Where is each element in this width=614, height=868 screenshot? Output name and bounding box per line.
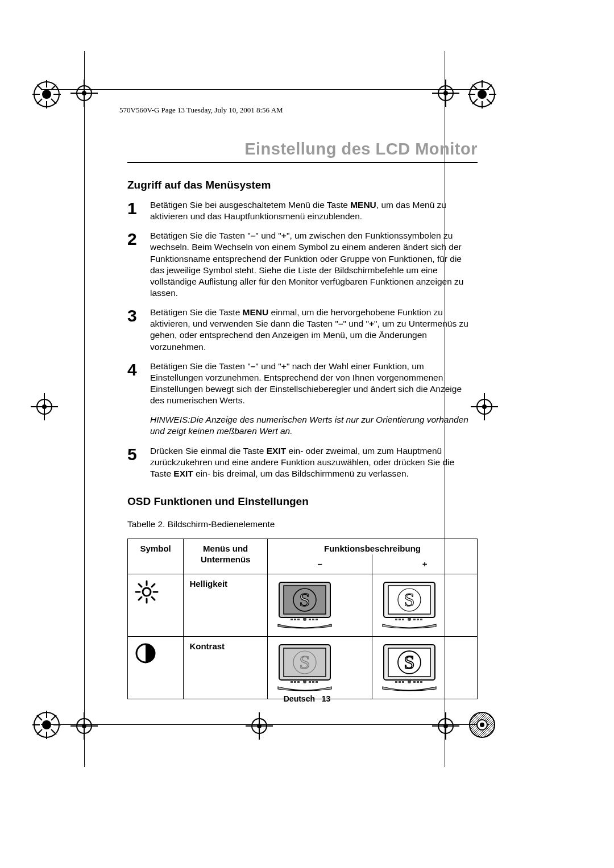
step-number: 2 (127, 230, 150, 248)
svg-line-44 (37, 729, 42, 735)
svg-point-28 (37, 399, 52, 414)
col-menus: Menüs und Untermenüs (184, 539, 268, 574)
page-footer: Deutsch 13 (0, 694, 614, 703)
svg-rect-74 (291, 619, 293, 620)
reg-mark-bottom-right (466, 709, 498, 741)
svg-rect-91 (420, 619, 422, 620)
svg-rect-99 (297, 681, 300, 683)
svg-rect-87 (402, 619, 404, 620)
svg-rect-113 (417, 681, 419, 683)
svg-rect-112 (413, 681, 416, 683)
reg-mark-bottom-left (31, 709, 63, 741)
step-5: 5 Drücken Sie einmal die Taste EXIT ein-… (127, 445, 478, 479)
step-number: 4 (127, 361, 150, 378)
steps-list: 1 Betätigen Sie bei ausgeschaltetem Menü… (127, 199, 478, 479)
step-number: 1 (127, 199, 150, 217)
svg-point-0 (34, 82, 59, 107)
svg-rect-75 (294, 619, 296, 620)
svg-rect-109 (399, 681, 401, 683)
col-plus: + (372, 554, 478, 574)
step-1: 1 Betätigen Sie bei ausgeschaltetem Menü… (127, 199, 478, 222)
table-row: Kontrast S (128, 637, 478, 699)
col-fn-desc: Funktionsbeschreibung (267, 539, 477, 554)
reg-cross-mid-left (31, 393, 58, 420)
svg-point-88 (408, 617, 411, 621)
step-number: 3 (127, 307, 150, 324)
svg-rect-103 (316, 681, 318, 683)
svg-point-100 (303, 680, 306, 683)
footer-language: Deutsch (284, 694, 315, 703)
svg-text:S: S (404, 652, 415, 673)
step-number: 5 (127, 445, 150, 463)
svg-rect-101 (309, 681, 311, 683)
svg-line-26 (472, 99, 478, 104)
footer-page-number: 13 (322, 694, 331, 703)
svg-point-58 (470, 712, 495, 737)
svg-rect-90 (417, 619, 419, 620)
svg-rect-110 (402, 681, 404, 683)
svg-line-8 (37, 99, 42, 104)
svg-line-42 (37, 715, 42, 720)
svg-point-60 (480, 723, 484, 727)
svg-line-68 (139, 597, 142, 600)
table-caption: Tabelle 2. Bildschirm-Bedienelemente (127, 519, 478, 529)
svg-rect-98 (294, 681, 296, 683)
svg-rect-102 (312, 681, 314, 683)
svg-line-67 (152, 597, 155, 600)
svg-rect-89 (413, 619, 416, 620)
section-osd-heading: OSD Funktionen und Einstellungen (127, 495, 478, 508)
brightness-minus-graphic: S (267, 574, 372, 637)
step-text: Betätigen Sie die Tasten "–" und "+" nac… (150, 361, 478, 407)
reg-cross-top-right (432, 80, 459, 107)
svg-point-59 (477, 720, 487, 730)
reg-mark-top-right (466, 78, 498, 110)
svg-point-18 (470, 82, 495, 107)
brightness-icon (128, 574, 184, 637)
svg-rect-78 (309, 619, 311, 620)
svg-text:S: S (300, 589, 310, 610)
svg-rect-108 (395, 681, 397, 683)
step-2: 2 Betätigen Sie die Tasten "–" und "+", … (127, 230, 478, 299)
svg-line-25 (487, 99, 492, 104)
reg-mark-top-left (31, 78, 63, 110)
brightness-plus-graphic: S (372, 574, 478, 637)
svg-point-1 (42, 90, 51, 99)
svg-rect-76 (297, 619, 300, 620)
svg-point-35 (482, 404, 487, 409)
svg-rect-79 (312, 619, 314, 620)
svg-point-14 (438, 86, 453, 101)
contrast-icon (128, 637, 184, 699)
svg-point-37 (42, 720, 51, 729)
svg-line-45 (51, 715, 56, 720)
osd-table: Symbol Menüs und Untermenüs Funktionsbes… (127, 539, 478, 700)
svg-point-36 (34, 712, 59, 737)
col-minus: – (267, 554, 372, 574)
doc-header-line: 570V560V-G Page 13 Tuesday, July 10, 200… (119, 106, 283, 115)
svg-rect-86 (399, 619, 401, 620)
step-text: Betätigen Sie die Tasten "–" und "+", um… (150, 230, 478, 299)
step-4: 4 Betätigen Sie die Tasten "–" und "+" n… (127, 361, 478, 407)
page-title: Einstellung des LCD Monitor (127, 140, 478, 163)
svg-text:S: S (404, 589, 415, 610)
svg-point-31 (42, 404, 47, 409)
step-text: Drücken Sie einmal die Taste EXIT ein- o… (150, 445, 478, 479)
svg-rect-80 (316, 619, 318, 620)
contrast-minus-graphic: S (267, 637, 372, 699)
svg-point-54 (438, 719, 453, 733)
menu-name-cell: Helligkeit (184, 574, 268, 637)
svg-line-43 (51, 729, 56, 735)
svg-point-77 (303, 617, 306, 621)
svg-point-111 (408, 680, 411, 683)
step-text: Betätigen Sie die Taste MENU einmal, um … (150, 307, 478, 353)
col-symbol: Symbol (128, 539, 184, 574)
svg-point-19 (478, 90, 487, 99)
table-row: Helligkeit S (128, 574, 478, 637)
contrast-plus-graphic: S (372, 637, 478, 699)
svg-rect-114 (420, 681, 422, 683)
svg-point-61 (143, 588, 151, 596)
step-note: HINWEIS:Die Anzeige des numerischen Wert… (150, 414, 478, 437)
svg-rect-85 (395, 619, 397, 620)
reg-cross-bottom-mid (246, 712, 273, 740)
svg-line-7 (51, 99, 56, 104)
reg-cross-bottom-right (432, 712, 459, 740)
